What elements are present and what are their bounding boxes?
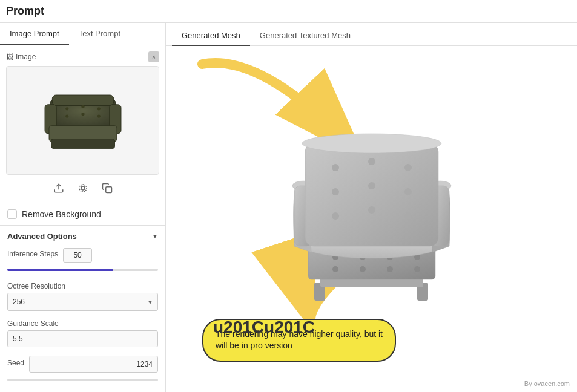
image-section: 🖼 Image × [0,45,165,203]
inference-steps-value: 50 [63,248,92,263]
svg-point-10 [81,113,84,116]
svg-point-26 [360,266,366,272]
svg-point-43 [404,212,412,220]
svg-point-41 [332,212,339,220]
advanced-section: Advanced Options ▼ Inference Steps 50 Oc… [0,226,165,392]
image-label-text: Image [16,53,36,61]
octree-resolution-group: Octree Resolution 128 256 512 ▼ [7,282,158,311]
image-label-row: 🖼 Image × [6,51,159,62]
svg-point-28 [414,266,420,272]
watermark: By ovacen.com [524,380,570,387]
svg-point-9 [65,114,68,117]
page-title: Prompt [6,5,44,18]
guidance-scale-input[interactable] [7,330,158,347]
camera-button[interactable] [74,180,91,197]
tab-text-prompt[interactable]: Text Prompt [69,23,130,45]
svg-rect-5 [51,139,114,149]
upload-button[interactable] [50,180,67,197]
inference-steps-label: Inference Steps [7,250,58,258]
octree-resolution-select[interactable]: 128 256 512 [7,293,158,311]
image-preview-area[interactable] [6,66,159,175]
image-actions [6,180,159,197]
seed-input[interactable] [29,356,158,373]
svg-rect-1 [52,95,114,106]
svg-point-8 [97,107,100,110]
remove-bg-row: Remove Background [7,209,158,219]
svg-point-6 [65,107,68,110]
tab-generated-mesh[interactable]: Generated Mesh [172,26,250,46]
svg-point-11 [97,114,100,117]
svg-point-39 [368,182,375,189]
svg-point-40 [404,188,412,195]
guidance-scale-group: Guidance Scale [7,319,158,347]
remove-bg-label: Remove Background [22,209,101,219]
seed-slider[interactable] [7,379,158,381]
sofa-image [41,81,125,160]
remove-bg-section: Remove Background [0,203,165,226]
octree-resolution-label: Octree Resolution [7,282,158,290]
main-layout: Image Prompt Text Prompt 🖼 Image × [0,23,577,392]
close-image-button[interactable]: × [148,51,159,62]
svg-point-7 [81,105,84,108]
svg-rect-15 [105,187,111,193]
chair-3d-model [251,107,493,331]
svg-point-14 [79,185,87,192]
mesh-display: The rendering may have higher quality, b… [166,46,577,392]
svg-point-27 [387,266,393,272]
advanced-header: Advanced Options ▼ [7,232,158,241]
svg-point-42 [368,206,375,214]
svg-point-38 [332,188,339,195]
left-panel: Image Prompt Text Prompt 🖼 Image × [0,23,166,392]
seed-label: Seed [7,359,24,367]
inference-steps-slider[interactable] [7,269,158,271]
top-bar: Prompt [0,0,577,23]
svg-point-13 [81,186,85,190]
svg-point-25 [332,266,338,272]
seed-group: Seed [7,356,158,384]
advanced-title: Advanced Options [7,232,77,241]
copy-button[interactable] [99,180,116,197]
guidance-scale-label: Guidance Scale [7,319,158,328]
seed-row: Seed [7,356,158,373]
right-tabs: Generated Mesh Generated Textured Mesh [166,23,577,46]
right-panel: Generated Mesh Generated Textured Mesh [166,23,577,392]
inference-steps-group: Inference Steps 50 [7,248,158,273]
svg-point-35 [332,164,339,171]
tab-image-prompt[interactable]: Image Prompt [0,23,69,45]
svg-point-37 [404,164,412,171]
prompt-tabs: Image Prompt Text Prompt [0,23,165,45]
svg-point-44 [302,134,441,153]
chevron-down-icon[interactable]: ▼ [152,233,158,240]
tooltip-text: The rendering may have higher quality, b… [216,329,383,351]
image-icon: 🖼 [6,53,13,61]
octree-resolution-select-wrapper: 128 256 512 ▼ [7,293,158,311]
image-label: 🖼 Image [6,53,36,61]
tab-generated-textured-mesh[interactable]: Generated Textured Mesh [250,26,360,46]
inference-steps-row: Inference Steps 50 [7,248,158,263]
remove-bg-checkbox[interactable] [7,209,17,219]
svg-point-36 [368,158,375,165]
